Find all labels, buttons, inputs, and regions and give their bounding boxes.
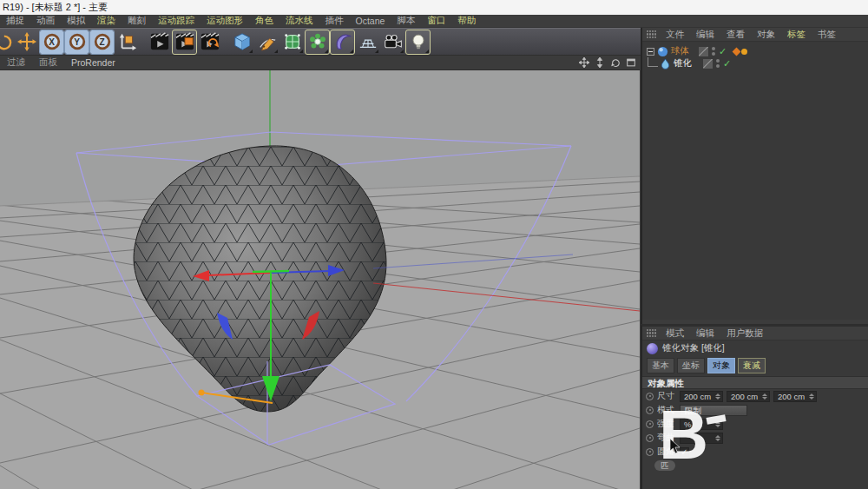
zoom-icon[interactable] xyxy=(594,57,605,69)
pan-icon[interactable] xyxy=(578,57,589,69)
attribute-object-header: 锥化对象 [锥化] xyxy=(642,340,868,356)
cinema4d-window: R19) - [未标题 2 *] - 主要 捕捉动画模拟渲染雕刻运动跟踪运动图形… xyxy=(0,0,868,489)
size-field-1[interactable]: 200 cm xyxy=(727,391,770,402)
menu-item-10[interactable]: Octane xyxy=(350,16,391,26)
enabled-check[interactable]: ✓ xyxy=(723,59,731,68)
layer-toggle[interactable] xyxy=(703,59,713,69)
tab-坐标[interactable]: 坐标 xyxy=(677,358,705,373)
object-row-0[interactable]: 球体✓ xyxy=(647,45,747,57)
undo-icon[interactable] xyxy=(0,30,13,54)
om-menu-item-2[interactable]: 查看 xyxy=(720,29,751,41)
viewport-nav-icons xyxy=(574,57,640,69)
menu-item-0[interactable]: 捕捉 xyxy=(0,15,30,27)
enabled-check[interactable]: ✓ xyxy=(719,47,727,56)
menu-item-6[interactable]: 运动图形 xyxy=(201,15,249,27)
viewport-menu-filter[interactable]: 过滤 xyxy=(0,56,32,69)
menu-item-1[interactable]: 动画 xyxy=(30,15,61,27)
lock-z-button-label: Z xyxy=(99,37,104,47)
move-tool-icon[interactable] xyxy=(15,30,38,54)
lock-y-button[interactable]: Y xyxy=(65,30,89,54)
mode-anim-knob[interactable] xyxy=(646,406,654,414)
tab-基本[interactable]: 基本 xyxy=(647,358,674,373)
size-value-2: 200 cm xyxy=(778,392,809,401)
layer-toggle[interactable] xyxy=(699,47,708,56)
lock-z-button[interactable]: Z xyxy=(90,30,114,54)
tree-line xyxy=(648,57,648,66)
menu-item-2[interactable]: 模拟 xyxy=(61,15,91,27)
am-menu-item-0[interactable]: 模式 xyxy=(660,327,690,340)
render-picture-viewer-icon[interactable] xyxy=(173,30,196,54)
menu-item-4[interactable]: 雕刻 xyxy=(122,15,152,27)
expand-toggle[interactable] xyxy=(647,48,654,56)
tree-line xyxy=(648,66,658,67)
maximize-icon[interactable] xyxy=(625,57,636,69)
menu-item-11[interactable]: 脚本 xyxy=(391,15,421,27)
viewport-menu-prorender[interactable]: ProRender xyxy=(64,57,122,68)
object-name-0[interactable]: 球体 xyxy=(671,45,690,57)
visibility-dots[interactable] xyxy=(712,47,715,56)
object-name-1[interactable]: 锥化 xyxy=(674,57,696,69)
object-properties-header: 对象属性 xyxy=(642,376,868,389)
deformer-icon[interactable] xyxy=(331,30,354,54)
om-menu-item-3[interactable]: 对象 xyxy=(751,29,781,41)
menu-item-13[interactable]: 帮助 xyxy=(451,15,482,27)
attribute-manager-menu: 模式编辑用户数据 xyxy=(642,327,868,340)
menu-item-7[interactable]: 角色 xyxy=(249,15,279,27)
phong-tag-icon[interactable] xyxy=(741,49,747,55)
coordinate-system-icon[interactable] xyxy=(115,30,139,54)
strength-anim-knob[interactable] xyxy=(646,420,654,428)
lock-x-button-label: X xyxy=(49,37,55,47)
menu-item-9[interactable]: 插件 xyxy=(319,15,350,27)
panel-grip-icon[interactable] xyxy=(647,30,656,38)
camera-icon[interactable] xyxy=(381,30,404,54)
gizmo-center-handle[interactable] xyxy=(253,271,289,272)
om-menu-item-5[interactable]: 书签 xyxy=(812,29,842,41)
menu-item-3[interactable]: 渲染 xyxy=(91,15,122,27)
panel-grip-icon[interactable] xyxy=(647,329,656,337)
size-spinner-1[interactable] xyxy=(762,393,767,400)
light-icon[interactable] xyxy=(406,30,430,54)
tag-list xyxy=(733,49,747,55)
object-manager[interactable]: 球体✓锥化✓ xyxy=(642,42,868,320)
subdivision-surface-icon[interactable] xyxy=(280,30,304,54)
am-menu-item-1[interactable]: 编辑 xyxy=(690,327,720,340)
taper-header-icon xyxy=(647,343,658,354)
generator-icon[interactable] xyxy=(306,30,329,54)
size-field-2[interactable]: 200 cm xyxy=(773,391,817,402)
render-settings-icon[interactable] xyxy=(198,30,221,54)
mouse-cursor xyxy=(669,439,681,458)
size-anim-knob[interactable] xyxy=(646,393,654,400)
texture-tag-icon[interactable] xyxy=(733,47,741,56)
rotate-icon[interactable] xyxy=(609,57,621,69)
object-manager-menu: 文件编辑查看对象标签书签 xyxy=(642,28,868,42)
primitive-cube-icon[interactable] xyxy=(230,30,253,54)
tab-衰减[interactable]: 衰减 xyxy=(738,358,766,373)
lock-x-button[interactable]: X xyxy=(40,30,63,54)
menu-item-8[interactable]: 流水线 xyxy=(279,15,319,27)
size-value-1: 200 cm xyxy=(731,392,762,401)
floor-icon[interactable] xyxy=(356,30,379,54)
fillet-anim-knob[interactable] xyxy=(646,448,654,456)
om-menu-item-1[interactable]: 编辑 xyxy=(690,29,720,41)
size-spinner-0[interactable] xyxy=(715,393,720,400)
curvature-spinner[interactable] xyxy=(715,435,720,441)
attribute-object-title: 锥化对象 [锥化] xyxy=(662,342,725,354)
visibility-dots[interactable] xyxy=(716,59,720,68)
main-menu-bar: 捕捉动画模拟渲染雕刻运动跟踪运动图形角色流水线插件Octane脚本窗口帮助 xyxy=(0,15,868,28)
viewport-3d[interactable] xyxy=(0,70,640,489)
size-spinner-2[interactable] xyxy=(809,393,814,400)
curvature-anim-knob[interactable] xyxy=(646,434,654,442)
viewport-menu-panel[interactable]: 面板 xyxy=(32,56,64,69)
menu-item-12[interactable]: 窗口 xyxy=(421,15,451,27)
attribute-tabs: 基本坐标对象衰减 xyxy=(642,356,868,376)
am-menu-item-2[interactable]: 用户数据 xyxy=(720,327,769,340)
spline-pen-icon[interactable] xyxy=(255,30,279,54)
tab-对象[interactable]: 对象 xyxy=(707,358,735,373)
sphere-object-icon xyxy=(657,46,668,57)
menu-item-5[interactable]: 运动跟踪 xyxy=(152,15,201,27)
om-menu-item-4[interactable]: 标签 xyxy=(781,29,812,41)
viewport-menu-bar: 过滤 面板 ProRender xyxy=(0,56,640,70)
object-row-1[interactable]: 锥化✓ xyxy=(660,57,731,69)
render-view-icon[interactable] xyxy=(148,30,171,54)
om-menu-item-0[interactable]: 文件 xyxy=(660,29,690,41)
